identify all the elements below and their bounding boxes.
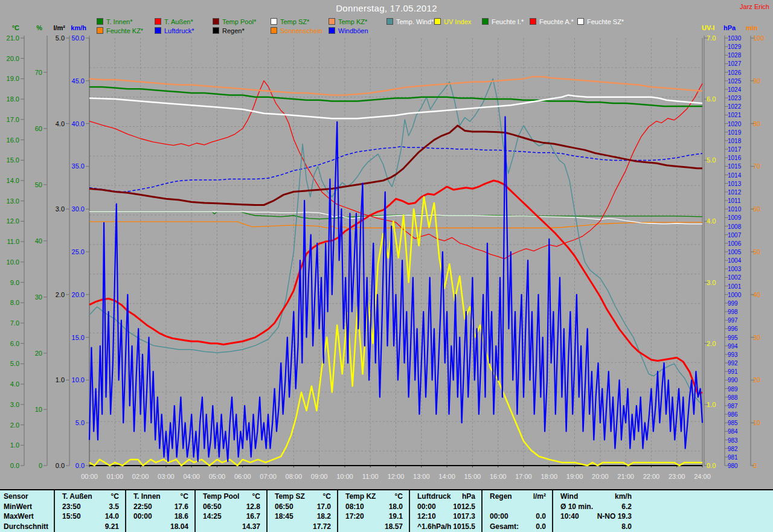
- axis-tick-label-uv: 0.0: [707, 462, 716, 469]
- axis-tick-label-hpa: 1000: [728, 292, 742, 298]
- axis-tick-label-hpa: 995: [728, 335, 738, 341]
- axis-unit-lm2: l/m²: [53, 24, 65, 31]
- x-axis-label: 00:00: [81, 473, 98, 480]
- table-row: 10:40N-NO 19.3: [553, 511, 638, 522]
- table-row: 18.57: [338, 522, 409, 532]
- x-axis-label: 18:00: [540, 473, 557, 480]
- axis-tick-label-degc: 10.0: [7, 258, 19, 266]
- table-row: 08:1018.0: [338, 502, 409, 512]
- axis-tick-label-lm2: 3.0: [56, 205, 65, 213]
- table-cell-value: 14.0: [105, 512, 119, 521]
- axis-unit-pct: %: [36, 24, 42, 31]
- table-sensor-unit: °C: [395, 492, 403, 501]
- table-row: 9.21: [55, 522, 125, 532]
- axis-tick-label-hpa: 992: [728, 360, 738, 367]
- table-cell-value: 18.0: [389, 502, 403, 511]
- axis-tick-label-hpa: 1015: [728, 163, 742, 170]
- axis-tick-label-hpa: 1024: [728, 86, 742, 93]
- axis-tick-label-degc: 9.0: [10, 279, 19, 286]
- table-cell-value: 18.57: [385, 522, 403, 531]
- x-axis-label: 15:00: [464, 473, 481, 480]
- x-axis-label: 01:00: [107, 473, 124, 480]
- table-cell-value: 1015.5: [453, 522, 475, 531]
- table-sensor-unit: °C: [181, 492, 188, 501]
- axis-tick-label-pct: 0: [39, 462, 42, 469]
- axis-tick-label-hpa: 989: [728, 386, 738, 393]
- x-axis-label: 09:00: [311, 473, 328, 480]
- axis-tick-label-hpa: 1025: [728, 78, 742, 85]
- table-group-t-au-en: T. Außen°C23:503.515:5014.09.21: [54, 490, 125, 532]
- x-axis-label: 05:00: [209, 473, 226, 480]
- table-cell-time: 10:40: [560, 512, 579, 521]
- axis-tick-label-lm2: 1.0: [56, 376, 65, 383]
- axis-tick-label-uv: 3.0: [707, 279, 716, 286]
- table-cell-value: 17.6: [175, 502, 188, 511]
- axis-tick-label-hpa: 982: [728, 446, 738, 452]
- axis-tick-label-hpa: 1020: [728, 121, 742, 127]
- table-row: 06:5012.8: [196, 502, 266, 512]
- axis-tick-label-hpa: 991: [728, 368, 738, 375]
- axis-tick-label-hpa: 1018: [728, 138, 742, 144]
- table-row-label: MaxWert: [0, 511, 54, 522]
- table-group-luftdruck: LuftdruckhPa00:001012.512:101017.3^1.6hP…: [409, 490, 481, 532]
- axis-tick-label-lm2: 2.0: [56, 291, 65, 298]
- axis-tick-label-hpa: 1013: [728, 181, 742, 187]
- table-group-wind: Windkm/hØ 10 min.6.210:40N-NO 19.38.0: [552, 490, 773, 532]
- table-sensor-name: Regen: [490, 492, 512, 501]
- x-axis-label: 19:00: [566, 473, 583, 480]
- table-row-label: Sensor: [0, 492, 54, 502]
- axis-tick-label-pct: 70: [35, 69, 42, 76]
- table-group-t-innen: T. Innen°C22:5017.600:0018.618.04: [125, 490, 194, 532]
- x-axis-label: 17:00: [515, 473, 532, 480]
- axis-tick-label-min: 80: [753, 120, 760, 127]
- x-axis-label: 02:00: [132, 473, 149, 480]
- table-row: Ø 10 min.6.2: [553, 502, 638, 512]
- table-row-label: Durchschnitt: [0, 522, 54, 532]
- axis-tick-label-hpa: 1001: [728, 283, 742, 290]
- x-axis-label: 10:00: [336, 473, 353, 480]
- table-row: Gesamt:0.0: [483, 522, 552, 532]
- axis-tick-label-kmh: 0.0: [75, 462, 85, 469]
- x-axis-label: 06:00: [234, 473, 251, 480]
- table-cell-time: 17:20: [345, 512, 364, 521]
- table-row-labels: SensorMinWertMaxWertDurchschnitt: [0, 490, 54, 532]
- axis-unit-kmh: km/h: [71, 24, 86, 31]
- table-cell-time: 12:10: [417, 512, 436, 521]
- axis-tick-label-kmh: 30.0: [72, 205, 85, 213]
- axis-tick-label-hpa: 1011: [728, 197, 741, 204]
- table-sensor-unit: km/h: [615, 492, 632, 501]
- axis-tick-label-hpa: 1010: [728, 206, 742, 213]
- axis-tick-label-min: 20: [753, 376, 760, 383]
- axis-tick-label-pct: 60: [35, 125, 42, 132]
- table-group-temp-sz: Temp SZ°C06:5017.018:4518.217.72: [266, 490, 337, 532]
- axis-tick-label-hpa: 1005: [728, 249, 742, 255]
- axis-tick-label-degc: 14.0: [7, 177, 19, 184]
- axis-tick-label-degc: 2.0: [10, 421, 19, 429]
- table-cell-value: N-NO 19.3: [597, 512, 632, 521]
- x-axis-label: 03:00: [158, 473, 175, 480]
- chart-plot: 21.020.019.018.017.016.015.014.013.012.0…: [0, 0, 773, 489]
- axis-tick-label-min: 70: [753, 162, 760, 170]
- x-axis-label: 23:00: [669, 473, 685, 480]
- axis-tick-label-degc: 20.0: [7, 55, 19, 62]
- table-cell-time: ^1.6hPa/h: [417, 522, 451, 531]
- table-cell-time: 00:00: [490, 512, 508, 521]
- axis-tick-label-hpa: 1017: [728, 146, 742, 153]
- table-sensor-name: Luftdruck: [417, 492, 451, 501]
- table-sensor-unit: °C: [111, 492, 119, 501]
- table-row: 22:5017.6: [126, 502, 194, 512]
- axis-tick-label-degc: 19.0: [7, 75, 19, 82]
- axis-tick-label-degc: 5.0: [10, 360, 19, 367]
- axis-tick-label-degc: 12.0: [7, 217, 19, 225]
- axis-tick-label-pct: 30: [35, 293, 42, 301]
- table-row-label: MinWert: [0, 502, 54, 512]
- table-cell-time: 08:10: [345, 502, 364, 511]
- axis-tick-label-hpa: 985: [728, 420, 738, 426]
- table-row: 8.0: [553, 522, 638, 532]
- axis-tick-label-pct: 20: [35, 350, 42, 357]
- axis-tick-label-hpa: 990: [728, 377, 738, 383]
- axis-tick-label-degc: 4.0: [10, 380, 19, 388]
- weather-chart-screen: Donnerstag, 17.05.2012 Jarz Erich T. Inn…: [0, 0, 773, 532]
- table-row: 17.72: [268, 522, 337, 532]
- axis-tick-label-hpa: 1012: [728, 189, 742, 196]
